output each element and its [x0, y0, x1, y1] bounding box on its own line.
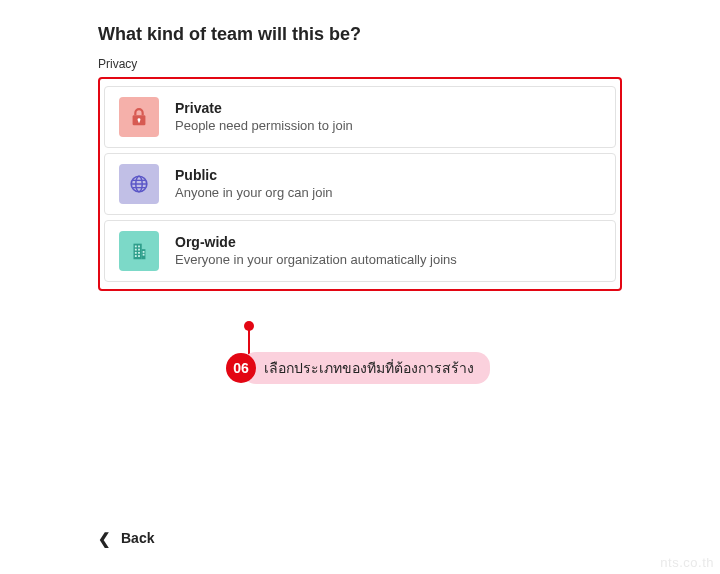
option-org-desc: Everyone in your organization automatica…	[175, 252, 457, 269]
option-private-title: Private	[175, 99, 353, 117]
option-private[interactable]: Private People need permission to join	[104, 86, 616, 148]
option-public-title: Public	[175, 166, 333, 184]
option-public[interactable]: Public Anyone in your org can join	[104, 153, 616, 215]
svg-rect-11	[138, 246, 140, 248]
globe-icon	[119, 164, 159, 204]
svg-rect-15	[138, 252, 140, 254]
building-icon	[119, 231, 159, 271]
back-button[interactable]: ❮ Back	[98, 530, 154, 546]
option-org-wide[interactable]: Org-wide Everyone in your organization a…	[104, 220, 616, 282]
svg-rect-10	[135, 246, 137, 248]
lock-icon	[119, 97, 159, 137]
svg-rect-13	[138, 249, 140, 251]
option-org-title: Org-wide	[175, 233, 457, 251]
chevron-left-icon: ❮	[98, 531, 111, 546]
svg-rect-17	[138, 255, 140, 257]
watermark: nts.co.th	[660, 555, 714, 570]
back-button-label: Back	[121, 530, 154, 546]
svg-rect-2	[138, 120, 139, 123]
privacy-label: Privacy	[98, 57, 622, 71]
svg-rect-8	[134, 244, 142, 260]
svg-rect-18	[143, 251, 145, 253]
privacy-options-highlight: Private People need permission to join P…	[98, 77, 622, 291]
svg-rect-12	[135, 249, 137, 251]
instruction-callout: 06 เลือกประเภทของทีมที่ต้องการสร้าง	[226, 352, 490, 384]
option-private-desc: People need permission to join	[175, 118, 353, 135]
option-public-desc: Anyone in your org can join	[175, 185, 333, 202]
svg-rect-14	[135, 252, 137, 254]
callout-text: เลือกประเภทของทีมที่ต้องการสร้าง	[242, 352, 490, 384]
svg-rect-16	[135, 255, 137, 257]
svg-rect-19	[143, 254, 145, 256]
callout-step-number: 06	[226, 353, 256, 383]
page-title: What kind of team will this be?	[98, 24, 622, 45]
